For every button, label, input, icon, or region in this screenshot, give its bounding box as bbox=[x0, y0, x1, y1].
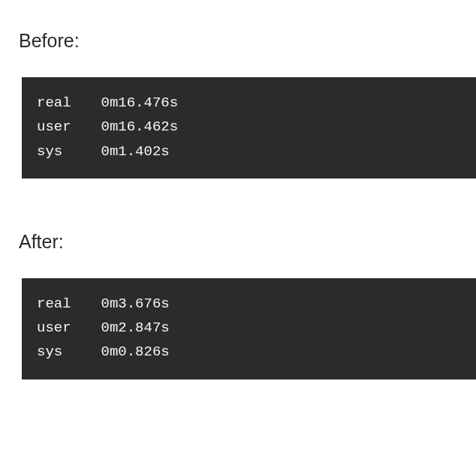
timing-label: user bbox=[37, 316, 75, 340]
before-heading: Before: bbox=[19, 30, 457, 52]
timing-value: 0m1.402s bbox=[101, 143, 170, 160]
timing-label: real bbox=[37, 91, 75, 115]
timing-row: sys 0m0.826s bbox=[37, 344, 170, 360]
timing-label: sys bbox=[37, 140, 75, 164]
timing-value: 0m0.826s bbox=[101, 344, 170, 360]
timing-value: 0m2.847s bbox=[101, 320, 170, 336]
before-code-block: real 0m16.476s user 0m16.462s sys 0m1.40… bbox=[22, 77, 476, 178]
timing-label: real bbox=[37, 292, 75, 316]
timing-value: 0m3.676s bbox=[101, 296, 170, 312]
timing-row: sys 0m1.402s bbox=[37, 143, 170, 160]
timing-label: sys bbox=[37, 340, 75, 364]
timing-label: user bbox=[37, 115, 75, 139]
timing-row: user 0m2.847s bbox=[37, 320, 170, 336]
timing-row: real 0m16.476s bbox=[37, 94, 178, 111]
timing-value: 0m16.462s bbox=[101, 118, 179, 135]
timing-value: 0m16.476s bbox=[101, 94, 179, 111]
timing-row: user 0m16.462s bbox=[37, 118, 178, 135]
after-code-block: real 0m3.676s user 0m2.847s sys 0m0.826s bbox=[22, 278, 476, 380]
timing-row: real 0m3.676s bbox=[37, 296, 170, 312]
after-heading: After: bbox=[19, 231, 457, 253]
